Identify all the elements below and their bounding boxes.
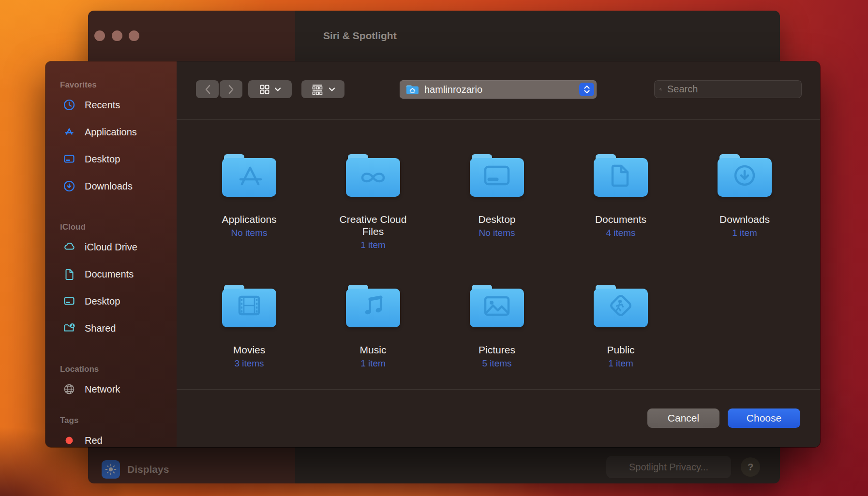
cancel-button[interactable]: Cancel [647, 408, 719, 428]
folder-icon [344, 152, 402, 199]
file-name: Applications [207, 213, 292, 225]
file-count: 4 items [563, 228, 679, 238]
file-name: Public [578, 344, 663, 356]
file-count: 1 item [563, 358, 679, 369]
sidebar-item-applications[interactable]: Applications [45, 118, 177, 146]
sidebar-item-label: Network [85, 384, 120, 395]
clock-icon [63, 99, 75, 111]
file-name: Pictures [454, 344, 539, 356]
globe-icon [63, 383, 75, 395]
section-header: iCloud [60, 221, 177, 233]
icon-view-button[interactable] [248, 80, 292, 98]
file-count: 5 items [439, 358, 555, 369]
folder-tile-documents[interactable]: Documents 4 items [563, 152, 679, 238]
document-icon [63, 268, 75, 280]
path-stepper[interactable] [579, 83, 594, 96]
sidebar-item-downloads[interactable]: Downloads [45, 173, 177, 200]
file-count: 1 item [687, 228, 803, 238]
sidebar-item-tag-red[interactable]: Red [45, 427, 177, 447]
file-count: 3 items [191, 358, 307, 369]
file-name: Documents [578, 213, 663, 225]
displays-label: Displays [127, 464, 169, 475]
sidebar-item-label: Shared [85, 323, 116, 334]
page-title: Siri & Spotlight [323, 30, 397, 42]
sidebar-item-displays[interactable]: Displays [102, 460, 169, 479]
cloud-icon [63, 241, 75, 253]
group-view-button[interactable] [301, 80, 344, 98]
sidebar-item-icloud-drive[interactable]: iCloud Drive [45, 233, 177, 261]
search-field [654, 80, 802, 98]
app-store-icon [63, 126, 75, 138]
chevron-left-icon [205, 85, 210, 94]
sidebar-item-recents[interactable]: Recents [45, 91, 177, 118]
chevron-down-icon [275, 88, 281, 91]
file-name: Music [330, 344, 416, 356]
folder-tile-creative-cloud-files[interactable]: Creative Cloud Files 1 item [315, 152, 431, 250]
file-count: 1 item [315, 240, 431, 250]
spotlight-privacy-button[interactable]: Spotlight Privacy... [606, 456, 731, 478]
folder-tile-public[interactable]: Public 1 item [563, 283, 679, 369]
sidebar-section-locations: Locations Network [45, 363, 177, 403]
path-dropdown[interactable]: hamlinrozario [400, 80, 597, 99]
sidebar-item-shared[interactable]: Shared [45, 315, 177, 342]
file-count: 1 item [315, 358, 431, 369]
file-name: Movies [207, 344, 292, 356]
section-header: Favorites [60, 79, 177, 91]
red-tag-icon [63, 434, 75, 447]
choose-button[interactable]: Choose [728, 408, 800, 428]
sidebar-item-label: Desktop [85, 296, 120, 307]
forward-button[interactable] [220, 80, 242, 98]
file-count: No items [191, 228, 307, 238]
current-folder-name: hamlinrozario [424, 84, 579, 95]
sidebar-item-label: Downloads [85, 181, 133, 192]
chevron-down-icon [584, 90, 590, 93]
desktop-icon [63, 153, 75, 165]
chevron-down-icon [329, 88, 335, 91]
home-folder-icon [406, 85, 419, 95]
zoom-window-button[interactable] [129, 30, 139, 41]
folder-icon [220, 283, 278, 329]
help-button[interactable]: ? [741, 457, 760, 477]
desktop-wallpaper: Siri & Spotlight Displays Spotlight Priv… [0, 0, 868, 496]
download-circle-icon [63, 180, 75, 192]
section-header: Tags [60, 414, 177, 427]
section-header: Locations [60, 363, 177, 376]
toolbar-separator [177, 119, 820, 120]
folder-tile-music[interactable]: Music 1 item [315, 283, 431, 369]
folder-tile-pictures[interactable]: Pictures 5 items [439, 283, 555, 369]
sidebar-item-desktop-icloud[interactable]: Desktop [45, 288, 177, 315]
file-name: Desktop [454, 213, 539, 225]
folder-tile-downloads[interactable]: Downloads 1 item [687, 152, 803, 238]
desktop-icon [63, 295, 75, 307]
file-name: Downloads [702, 213, 787, 225]
sidebar-item-label: Red [85, 435, 103, 446]
sidebar-item-desktop[interactable]: Desktop [45, 146, 177, 173]
chevron-up-icon [584, 86, 590, 89]
finder-sidebar: Favorites Recents Applications [45, 61, 177, 447]
sidebar-item-network[interactable]: Network [45, 376, 177, 403]
search-input[interactable] [666, 83, 796, 95]
folder-icon [592, 283, 650, 329]
shared-folder-icon [63, 322, 75, 335]
folder-tile-desktop[interactable]: Desktop No items [439, 152, 555, 238]
minimize-window-button[interactable] [112, 30, 122, 41]
folder-icon [592, 152, 650, 199]
back-button[interactable] [196, 80, 219, 98]
folder-icon [344, 283, 402, 329]
folder-icon [220, 152, 278, 199]
file-open-dialog: Favorites Recents Applications [45, 61, 820, 447]
sidebar-section-tags: Tags Red [45, 414, 177, 447]
folder-tile-movies[interactable]: Movies 3 items [191, 283, 307, 369]
sidebar-item-label: iCloud Drive [85, 242, 137, 253]
folder-tile-applications[interactable]: Applications No items [191, 152, 307, 238]
sidebar-item-label: Recents [85, 100, 120, 111]
sidebar-item-label: Documents [85, 269, 134, 280]
folder-icon [716, 152, 774, 199]
sidebar-item-documents[interactable]: Documents [45, 261, 177, 288]
group-by-icon [311, 84, 324, 95]
close-window-button[interactable] [94, 30, 105, 41]
sidebar-item-label: Applications [85, 127, 137, 138]
folder-icon [468, 283, 526, 329]
displays-icon [102, 460, 120, 479]
sidebar-section-favorites: Favorites Recents Applications [45, 79, 177, 200]
